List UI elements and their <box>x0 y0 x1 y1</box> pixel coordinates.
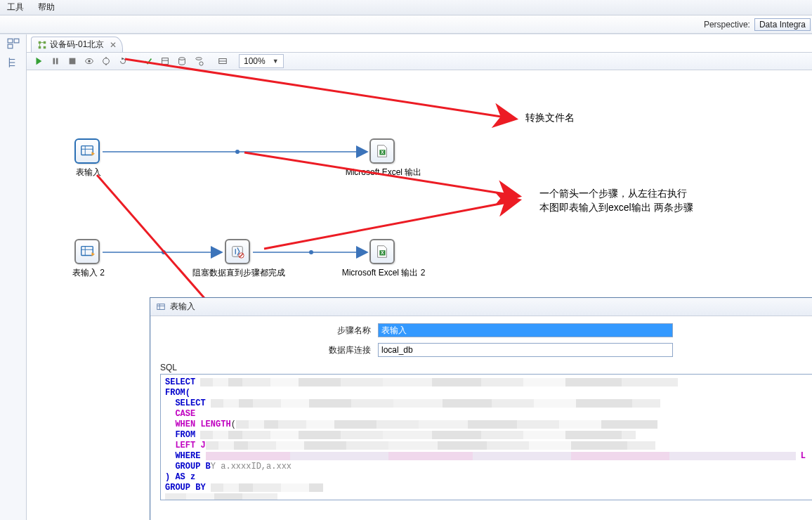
svg-rect-23 <box>162 58 169 65</box>
preview-button[interactable] <box>81 54 97 68</box>
node-excel-output-2[interactable]: X Microsoft Excel 输出 2 <box>368 238 399 268</box>
verify-button[interactable] <box>140 54 156 68</box>
menubar: 工具 帮助 <box>0 0 812 15</box>
svg-rect-10 <box>44 46 46 48</box>
explore-db-button[interactable] <box>191 54 207 68</box>
svg-rect-42 <box>81 247 93 256</box>
menu-help[interactable]: 帮助 <box>32 0 60 15</box>
svg-point-26 <box>196 58 202 60</box>
tree-icon[interactable] <box>7 56 20 71</box>
node-label: 阻塞数据直到步骤都完成 <box>192 267 285 279</box>
run-button[interactable] <box>31 54 46 68</box>
debug-button[interactable] <box>98 54 114 68</box>
svg-rect-9 <box>39 46 41 48</box>
step-name-input[interactable] <box>378 323 673 337</box>
svg-rect-36 <box>81 146 93 155</box>
svg-point-27 <box>199 62 203 65</box>
node-label: Microsoft Excel 输出 2 <box>342 267 426 279</box>
zoom-input[interactable]: 100% ▼ <box>239 54 284 68</box>
editor-area: 设备码-01北京 ✕ 100% ▼ <box>27 34 812 520</box>
db-conn-input[interactable] <box>378 343 673 357</box>
svg-rect-14 <box>53 58 55 65</box>
svg-rect-8 <box>44 41 46 44</box>
svg-text:X: X <box>381 150 384 155</box>
palette-icon[interactable] <box>7 37 20 52</box>
perspective-strip: Perspective: Data Integra <box>0 15 812 34</box>
show-results-button[interactable] <box>215 54 230 68</box>
perspective-label: Perspective: <box>704 20 750 30</box>
node-block-until-done[interactable]: 阻塞数据直到步骤都完成 <box>223 238 254 268</box>
zoom-value: 100% <box>244 56 266 66</box>
annotation-step-line1: 一个箭头一个步骤，从左往右执行 <box>539 188 687 200</box>
side-palette <box>0 34 27 520</box>
node-label: 表输入 <box>76 167 101 178</box>
stop-button[interactable] <box>65 54 80 68</box>
svg-point-35 <box>309 250 313 254</box>
svg-rect-15 <box>56 58 58 65</box>
dropdown-arrow-icon: ▼ <box>273 58 279 65</box>
node-table-input-2[interactable]: 表输入 2 <box>73 238 104 268</box>
svg-rect-0 <box>8 39 13 43</box>
svg-point-25 <box>179 58 185 60</box>
svg-point-18 <box>88 60 91 63</box>
svg-marker-22 <box>122 58 124 60</box>
table-input-dialog: 表输入 步骤名称 数据库连接 SQL SELECT FROM( SELECT C… <box>150 297 812 520</box>
node-table-input-1[interactable]: 表输入 <box>73 137 104 168</box>
impact-button[interactable] <box>157 54 173 68</box>
step-name-label: 步骤名称 <box>315 325 371 337</box>
node-excel-output-1[interactable]: X Microsoft Excel 输出 <box>368 137 399 168</box>
sql-section-label: SQL <box>160 363 812 372</box>
sql-button[interactable] <box>174 54 190 68</box>
close-tab-icon[interactable]: ✕ <box>110 40 117 50</box>
svg-rect-57 <box>157 304 165 309</box>
svg-point-31 <box>235 150 240 154</box>
annotation-step-line2: 本图即表输入到excel输出 两条步骤 <box>539 202 693 214</box>
svg-point-19 <box>103 58 110 65</box>
menu-tools[interactable]: 工具 <box>1 0 30 15</box>
svg-rect-7 <box>39 41 41 44</box>
editor-tab-label: 设备码-01北京 <box>50 39 104 51</box>
editor-tab[interactable]: 设备码-01北京 ✕ <box>31 37 123 52</box>
svg-rect-16 <box>70 58 76 65</box>
perspective-button[interactable]: Data Integra <box>754 18 811 31</box>
db-conn-label: 数据库连接 <box>315 344 371 356</box>
svg-text:X: X <box>381 250 384 255</box>
annotation-transform-name: 转换文件名 <box>525 112 575 124</box>
svg-marker-13 <box>37 58 42 65</box>
replay-button[interactable] <box>115 54 131 68</box>
pause-button[interactable] <box>48 54 63 68</box>
sql-editor[interactable]: SELECT FROM( SELECT CASE WHEN LENGTH( FR… <box>160 374 812 500</box>
dialog-titlebar: 表输入 <box>150 298 812 316</box>
svg-point-33 <box>162 250 166 254</box>
svg-rect-1 <box>14 39 19 43</box>
node-label: 表输入 2 <box>72 267 105 279</box>
editor-toolbar: 100% ▼ <box>27 52 812 70</box>
dialog-title: 表输入 <box>170 301 195 313</box>
svg-rect-2 <box>8 44 13 48</box>
node-label: Microsoft Excel 输出 <box>346 167 422 178</box>
